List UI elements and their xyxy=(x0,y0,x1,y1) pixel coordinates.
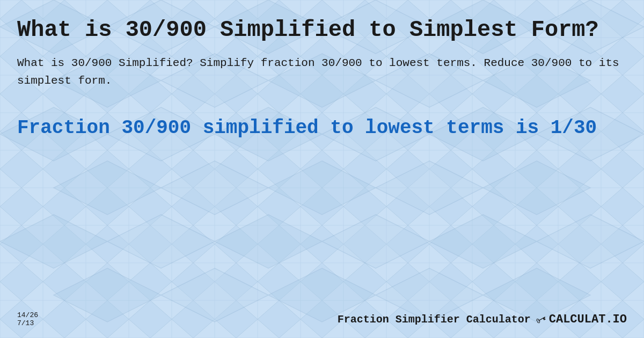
footer-fraction-top: 14/26 xyxy=(17,312,38,319)
footer-left: 14/26 7/13 xyxy=(17,312,38,327)
footer-brand: Fraction Simplifier Calculator 🗝 CALCULA… xyxy=(338,313,627,326)
footer-fraction-bottom: 7/13 xyxy=(17,320,34,327)
page-title: What is 30/900 Simplified to Simplest Fo… xyxy=(17,17,627,43)
key-icon: 🗝 xyxy=(533,311,549,328)
footer: 14/26 7/13 Fraction Simplifier Calculato… xyxy=(17,306,627,327)
result-text: Fraction 30/900 simplified to lowest ter… xyxy=(17,116,627,139)
calculat-logo: 🗝 CALCULAT.IO xyxy=(536,313,627,326)
brand-label: Fraction Simplifier Calculator xyxy=(338,313,531,326)
result-section: Fraction 30/900 simplified to lowest ter… xyxy=(17,116,627,139)
logo-text: CALCULAT.IO xyxy=(549,313,627,326)
description-text: What is 30/900 Simplified? Simplify frac… xyxy=(17,55,627,90)
